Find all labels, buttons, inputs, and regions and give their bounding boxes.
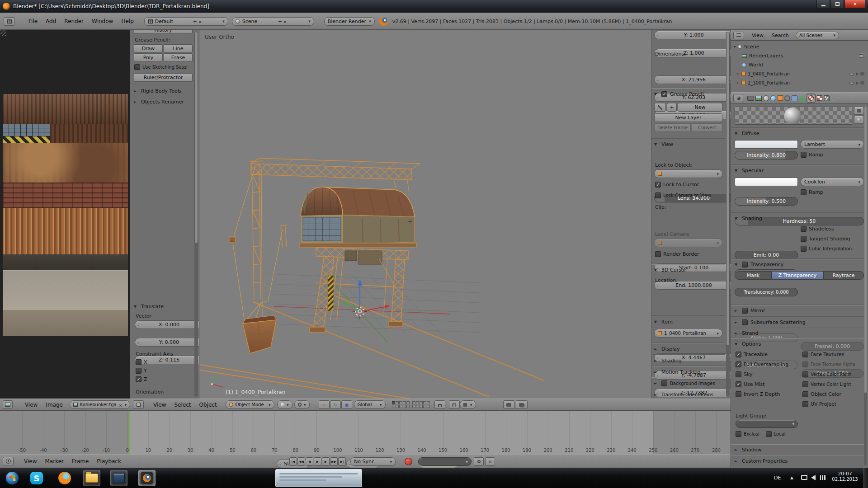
opengl-render-anim-button[interactable] xyxy=(516,400,528,409)
transparency-mask-button[interactable]: Mask xyxy=(735,271,772,280)
sync-mode-selector[interactable]: No Sync xyxy=(350,457,396,466)
tab-world[interactable] xyxy=(770,95,776,101)
image-unlink-icon[interactable] xyxy=(119,403,123,407)
scene-selector[interactable]: Scene + xyxy=(232,17,314,26)
scene-close-icon[interactable] xyxy=(283,19,288,23)
tangent-shading-checkbox[interactable] xyxy=(801,236,807,242)
snap-element-selector[interactable] xyxy=(460,400,476,409)
image-editor-canvas[interactable] xyxy=(0,30,130,399)
outliner-row-scene[interactable]: ▾ Scene xyxy=(731,42,868,51)
taskbar-explorer-icon[interactable] xyxy=(83,470,100,486)
shading-panel-header[interactable]: Shading xyxy=(654,357,682,365)
manipulator-translate-toggle[interactable]: ↔ xyxy=(319,400,330,409)
expand-plus-icon-2[interactable]: ＋ xyxy=(736,80,740,86)
minimize-button[interactable] xyxy=(816,0,830,9)
history-button[interactable]: History xyxy=(134,30,193,34)
outliner-row-renderlayers[interactable]: RenderLayers xyxy=(731,52,868,60)
taskbar-blender-icon[interactable] xyxy=(138,470,156,486)
jump-end-button[interactable]: ▶| xyxy=(338,457,346,466)
outliner-scope-selector[interactable]: All Scenes xyxy=(796,32,839,39)
outliner-row-object-2[interactable]: ＋ 2_1000_Portalkran xyxy=(731,79,868,87)
sss-checkbox[interactable] xyxy=(742,319,748,325)
selectability-arrow-icon-2[interactable] xyxy=(856,81,859,85)
viewport-3d[interactable]: User Ortho (1) 1_0400_Portalkran xyxy=(199,30,651,399)
gp-convert-button[interactable]: Convert xyxy=(692,123,722,132)
timeline-ruler[interactable]: -50-40-30-20-100102030405060708090100110… xyxy=(0,411,731,454)
view3d-menu-view[interactable]: View xyxy=(149,402,170,408)
translucency-slider[interactable]: Translucency: 0.000 xyxy=(735,288,798,296)
taskbar-firefox-icon[interactable] xyxy=(56,470,73,486)
tab-particles[interactable] xyxy=(824,95,830,101)
lock-camera-checkbox[interactable] xyxy=(655,192,661,198)
transparency-checkbox[interactable] xyxy=(742,262,748,267)
dim-x-field[interactable]: X: 21.956 xyxy=(654,75,731,84)
editor-type-icon[interactable] xyxy=(4,17,14,26)
layout-add-icon[interactable]: + xyxy=(193,19,197,24)
mode-selector[interactable]: Object Mode xyxy=(226,400,274,409)
viewport-canvas[interactable]: User Ortho (1) 1_0400_Portalkran xyxy=(199,30,651,399)
taskbar-app-window-icon[interactable] xyxy=(110,470,127,486)
scene-add-icon[interactable]: + xyxy=(278,19,282,24)
image-menu-image[interactable]: Image xyxy=(42,402,67,408)
taskbar-flyout[interactable] xyxy=(275,469,362,487)
tray-clock[interactable]: 20:07 02.12.2013 xyxy=(831,471,859,482)
shading-props-panel-header[interactable]: Shading xyxy=(735,214,762,223)
orientation-selector[interactable]: Global xyxy=(354,400,386,409)
gp-delete-frame-button[interactable]: Delete Frame xyxy=(654,123,691,132)
strand-panel-header[interactable]: Strand xyxy=(735,329,759,338)
gp-add-button[interactable]: + xyxy=(667,103,677,112)
item-name-field[interactable]: 1_0400_Portalkran xyxy=(654,329,722,338)
tool-shelf-scrollbar[interactable] xyxy=(194,32,198,397)
vertex-color-paint-checkbox[interactable] xyxy=(802,371,808,377)
renderlayer-toggle-icon[interactable] xyxy=(859,54,863,58)
view3d-menu-select[interactable]: Select xyxy=(170,402,195,408)
face-textures-alpha-checkbox[interactable] xyxy=(802,361,808,367)
face-textures-checkbox[interactable] xyxy=(802,352,808,357)
exclusive-checkbox[interactable] xyxy=(736,431,741,437)
lock-to-cursor-checkbox[interactable] xyxy=(655,182,661,188)
window-titlebar[interactable]: Blender* [C:\Users\Schmiddi\Desktop\3D\B… xyxy=(0,0,868,13)
vertex-color-light-checkbox[interactable] xyxy=(802,381,808,387)
mirror-panel-header[interactable]: Mirror xyxy=(735,306,765,315)
prev-keyframe-button[interactable]: ◀◀ xyxy=(297,457,305,466)
viewport-shading-selector[interactable] xyxy=(277,400,292,409)
tab-object-data[interactable] xyxy=(799,95,805,101)
tab-physics[interactable] xyxy=(831,95,837,101)
selectability-arrow-icon[interactable] xyxy=(856,72,859,76)
gp-new-button[interactable]: New xyxy=(678,103,722,112)
start-button[interactable] xyxy=(4,470,21,486)
renderability-camera-icon-2[interactable] xyxy=(860,81,864,84)
outliner-menu-view[interactable]: View xyxy=(748,33,768,38)
tab-render-layers[interactable] xyxy=(755,96,762,101)
image-datablock-selector[interactable]: Kohlebunker.tga xyxy=(70,400,130,409)
render-engine-selector[interactable]: Blender Render xyxy=(324,17,375,26)
specular-panel-header[interactable]: Specular xyxy=(735,166,764,175)
options-panel-header[interactable]: Options xyxy=(735,340,761,348)
tab-scene[interactable] xyxy=(763,95,769,101)
local-checkbox[interactable] xyxy=(766,431,772,437)
mirror-checkbox[interactable] xyxy=(742,308,748,314)
record-button[interactable] xyxy=(405,458,412,465)
tray-volume-icon[interactable] xyxy=(811,475,816,480)
cubic-interpolation-checkbox[interactable] xyxy=(801,246,807,252)
ruler-protractor-button[interactable]: Ruler/Protractor xyxy=(134,73,193,82)
render-border-checkbox[interactable] xyxy=(655,251,661,257)
snap-toggle[interactable] xyxy=(449,400,460,409)
menu-help[interactable]: Help xyxy=(117,18,137,24)
visibility-eye-icon[interactable] xyxy=(849,73,854,75)
image-editor-type-icon[interactable] xyxy=(3,400,13,409)
specular-color-swatch[interactable] xyxy=(735,178,798,186)
layout-close-icon[interactable] xyxy=(198,19,203,23)
objects-renamer-panel-header[interactable]: Objects Renamer xyxy=(134,98,184,106)
timeline-editor-type-icon[interactable] xyxy=(3,457,14,465)
specular-shader-selector[interactable]: CookTorr xyxy=(801,178,864,186)
gp-line-button[interactable]: Line xyxy=(164,44,193,53)
play-button[interactable]: ▶ xyxy=(314,457,321,466)
cursor-panel-header[interactable]: 3D Cursor xyxy=(654,266,686,274)
preview-sphere-button[interactable] xyxy=(854,116,864,124)
view-panel-header[interactable]: View xyxy=(654,140,673,149)
menu-file[interactable]: File xyxy=(24,18,42,24)
taskbar-skype-icon[interactable]: S xyxy=(28,470,45,486)
use-mist-checkbox[interactable] xyxy=(736,381,741,387)
item-panel-header[interactable]: Item xyxy=(654,318,673,326)
